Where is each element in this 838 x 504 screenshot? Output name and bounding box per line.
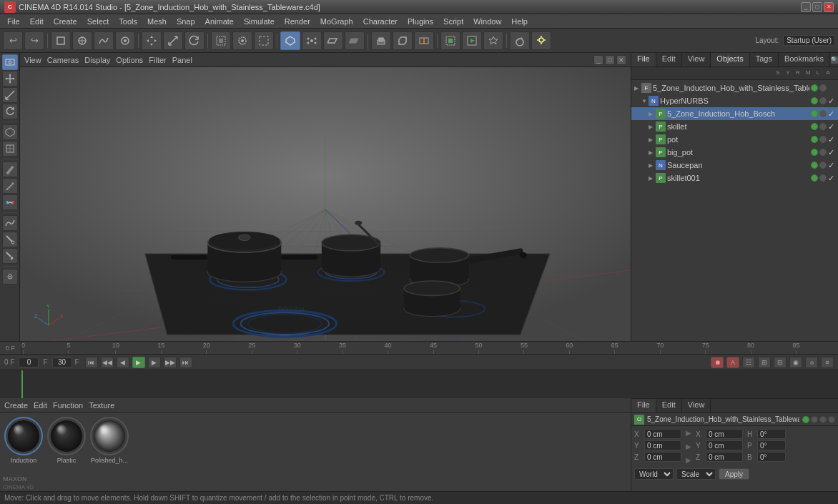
z-pos-input[interactable] [644, 452, 681, 462]
y-pos2-input[interactable] [706, 440, 743, 450]
timeline-options6[interactable]: ≡ [821, 357, 834, 368]
prev-frame-button[interactable]: ◀ [117, 357, 129, 368]
p-rot-input[interactable] [757, 440, 786, 450]
object-mode-button[interactable] [280, 31, 300, 50]
timeline-options4[interactable]: ◉ [789, 357, 802, 368]
menu-item-help[interactable]: Help [507, 16, 532, 27]
rotate-tool-button[interactable] [184, 31, 204, 50]
move-tool-button[interactable] [142, 31, 162, 50]
viewport-menu-cameras[interactable]: Cameras [47, 56, 79, 64]
right-tab-tags[interactable]: Tags [750, 53, 779, 66]
model-mode-tool[interactable] [2, 124, 18, 140]
obj-row-hypernurbs[interactable]: ▼ N HyperNURBS ✓ [631, 94, 838, 107]
obj-dot-visible[interactable] [811, 84, 818, 92]
obj-dot-vis3[interactable] [811, 110, 818, 117]
x-pos-input[interactable] [644, 429, 681, 439]
material-polished[interactable]: Polished_h... [90, 417, 129, 464]
obj-dot-ren6[interactable] [819, 149, 827, 156]
world-dropdown[interactable]: World [634, 468, 674, 480]
timeline-track[interactable] [0, 370, 838, 398]
texture-tool[interactable] [2, 141, 18, 157]
sky-button[interactable] [510, 31, 530, 50]
mat-menu-create[interactable]: Create [4, 401, 28, 410]
deformer-tool[interactable] [2, 215, 18, 231]
menu-item-mesh[interactable]: Mesh [143, 16, 171, 27]
paint-tool[interactable] [2, 248, 18, 264]
menu-item-mograph[interactable]: MoGraph [316, 16, 358, 27]
obj-dot-ren2[interactable] [819, 97, 827, 104]
obj-dot-render[interactable] [819, 84, 827, 92]
new-spline-button[interactable] [94, 31, 114, 50]
brush-tool[interactable] [2, 232, 18, 247]
viewport-minimize[interactable]: _ [593, 55, 603, 65]
point-mode-button[interactable] [302, 31, 322, 50]
menu-item-character[interactable]: Character [359, 16, 402, 27]
menu-item-create[interactable]: Create [49, 16, 82, 27]
viewport-3d[interactable]: Perspective [20, 67, 631, 341]
menu-item-tools[interactable]: Tools [114, 16, 142, 27]
knife-tool[interactable] [2, 178, 18, 194]
menu-item-simulate[interactable]: Simulate [240, 16, 279, 27]
mat-menu-function[interactable]: Function [53, 401, 83, 410]
menu-item-animate[interactable]: Animate [201, 16, 238, 27]
timeline-options1[interactable]: ☷ [742, 357, 755, 368]
right-tab-edit[interactable]: Edit [656, 53, 682, 66]
attr-dot-3[interactable] [819, 416, 827, 423]
render-settings-button[interactable] [483, 31, 503, 50]
menu-item-file[interactable]: File [3, 16, 24, 27]
maximize-button[interactable]: □ [812, 2, 822, 12]
obj-dot-ren7[interactable] [819, 162, 827, 169]
obj-row-big-pot[interactable]: ▶ P big_pot ✓ [631, 146, 838, 159]
rewind-button[interactable]: ⏮ [85, 357, 98, 368]
undo-button[interactable]: ↩ [3, 31, 23, 50]
close-button[interactable]: ✕ [824, 2, 834, 12]
camera-tool[interactable] [2, 54, 18, 70]
right-tab-file[interactable]: File [631, 53, 656, 66]
menu-item-snap[interactable]: Snap [172, 16, 199, 27]
menu-item-render[interactable]: Render [280, 16, 315, 27]
right-panel-search[interactable]: 🔍 [830, 56, 838, 64]
obj-row-skillet001[interactable]: ▶ P skillet001 ✓ [631, 172, 838, 184]
menu-item-edit[interactable]: Edit [26, 16, 48, 27]
y-pos-input[interactable] [644, 440, 681, 450]
menu-item-plugins[interactable]: Plugins [403, 16, 438, 27]
obj-row-bosch[interactable]: ▶ P 5_Zone_Induction_Hob_Bosch ✓ [631, 107, 838, 120]
b-rot-input[interactable] [757, 452, 786, 462]
timeline-options2[interactable]: ⊞ [758, 357, 771, 368]
record-button[interactable]: ⏺ [711, 357, 724, 368]
timeline-options5[interactable]: ⌾ [805, 357, 818, 368]
attr-tab-file[interactable]: File [631, 399, 656, 412]
attr-dot-1[interactable] [802, 416, 809, 423]
scale-tool[interactable] [2, 87, 18, 103]
render-view-button[interactable] [462, 31, 482, 50]
obj-dot-vis4[interactable] [811, 123, 818, 130]
minimize-button[interactable]: _ [801, 2, 811, 12]
viewport-menu-display[interactable]: Display [84, 56, 110, 64]
layout-dropdown[interactable]: Startup (User) [783, 35, 835, 46]
next-key-button[interactable]: ▶▶ [164, 357, 177, 368]
play-button[interactable]: ▶ [132, 357, 145, 368]
light-button[interactable] [531, 31, 551, 50]
attr-tab-view[interactable]: View [682, 399, 711, 412]
magnet-tool[interactable] [2, 194, 18, 210]
select-all-button[interactable] [211, 31, 231, 50]
new-generator-button[interactable] [115, 31, 135, 50]
new-scene-object-button[interactable] [51, 31, 71, 50]
right-tab-bookmarks[interactable]: Bookmarks [779, 53, 830, 66]
extrude-button[interactable] [371, 31, 391, 50]
right-tab-objects[interactable]: Objects [711, 53, 749, 66]
paint-select-button[interactable] [254, 31, 274, 50]
forward-button[interactable]: ⏭ [179, 357, 192, 368]
timeline-options3[interactable]: ⊟ [774, 357, 787, 368]
loop-cut-button[interactable] [414, 31, 434, 50]
obj-dot-vis2[interactable] [811, 97, 818, 104]
menu-item-script[interactable]: Script [439, 16, 468, 27]
obj-row-saucepan[interactable]: ▶ N Saucepan ✓ [631, 159, 838, 172]
mat-menu-texture[interactable]: Texture [89, 401, 114, 410]
title-bar-controls[interactable]: _ □ ✕ [801, 2, 834, 12]
right-tab-view[interactable]: View [682, 53, 711, 66]
menu-item-select[interactable]: Select [83, 16, 114, 27]
prev-key-button[interactable]: ◀◀ [101, 357, 114, 368]
rotate-tool[interactable] [2, 104, 18, 119]
scale-tool-button[interactable] [163, 31, 183, 50]
